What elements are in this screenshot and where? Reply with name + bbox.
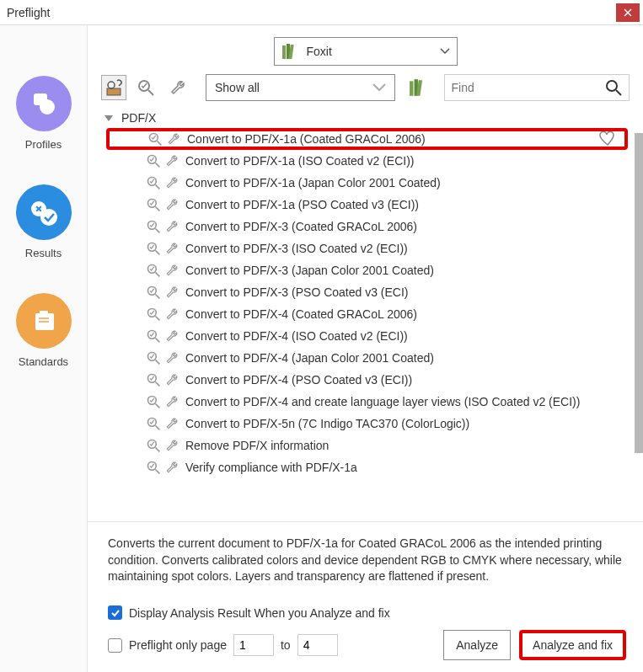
results-icon: [16, 184, 72, 240]
tree-row-label: Convert to PDF/X-1a (ISO Coated v2 (ECI)…: [185, 154, 415, 168]
tree-row[interactable]: Convert to PDF/X-3 (ISO Coated v2 (ECI)): [104, 237, 630, 259]
tree-row-label: Convert to PDF/X-1a (PSO Coated v3 (ECI)…: [185, 198, 419, 211]
svg-line-39: [155, 338, 159, 342]
svg-line-35: [155, 294, 159, 298]
library-name: Foxit: [307, 45, 332, 58]
books-icon: [281, 43, 300, 60]
page-from-input[interactable]: [233, 634, 274, 656]
sidebar-label: Profiles: [25, 138, 62, 151]
tree-row[interactable]: Convert to PDF/X-3 (PSO Coated v3 (ECI): [104, 281, 630, 303]
tree-row[interactable]: Convert to PDF/X-4 and create language l…: [104, 391, 630, 413]
analyze-button[interactable]: Analyze: [443, 630, 511, 660]
filter-dropdown[interactable]: Show all: [206, 74, 395, 101]
profile-description: Converts the current document to PDF/X-1…: [88, 521, 643, 585]
tree-row[interactable]: Convert to PDF/X-3 (Japan Color 2001 Coa…: [104, 259, 630, 281]
window-title: Preflight: [7, 6, 50, 19]
sidebar-label: Standards: [19, 355, 68, 368]
tree-row[interactable]: Convert to PDF/X-1a (PSO Coated v3 (ECI)…: [104, 194, 630, 216]
tree-row-label: Remove PDF/X information: [185, 439, 329, 452]
preflight-only-checkbox[interactable]: [108, 638, 122, 653]
search-input[interactable]: [452, 81, 606, 94]
tree-row[interactable]: Convert to PDF/X-4 (Coated GRACoL 2006): [104, 303, 630, 325]
tree-row[interactable]: Verify compliance with PDF/X-1a: [104, 456, 630, 478]
chevron-down-icon: [372, 83, 386, 92]
check-icon: [110, 608, 121, 618]
tool-profile-button[interactable]: [101, 75, 126, 100]
search-box: [444, 74, 630, 101]
page-to-label: to: [281, 638, 291, 652]
tree-row-label: Convert to PDF/X-3 (Coated GRACoL 2006): [185, 220, 417, 233]
tree-row-label: Convert to PDF/X-3 (Japan Color 2001 Coa…: [185, 264, 434, 277]
tree-row-label: Convert to PDF/X-1a (Coated GRACoL 2006): [187, 132, 426, 146]
svg-line-21: [157, 141, 161, 145]
svg-line-43: [155, 381, 159, 386]
display-analysis-label: Display Analysis Result When you Analyze…: [129, 606, 390, 620]
svg-line-29: [155, 228, 159, 232]
svg-point-18: [607, 81, 617, 91]
scrollbar[interactable]: [635, 133, 643, 518]
books-icon[interactable]: [409, 78, 429, 97]
profiles-icon: [16, 76, 72, 131]
svg-line-19: [616, 90, 621, 95]
tree-category-header[interactable]: PDF/X: [104, 108, 630, 128]
page-to-input[interactable]: [297, 634, 338, 656]
tree-row-label: Convert to PDF/X-5n (7C Indigo TAC370 (C…: [185, 417, 469, 430]
svg-line-49: [155, 447, 159, 451]
tree-row[interactable]: Remove PDF/X information: [104, 435, 630, 456]
analyze-and-fix-button[interactable]: Analyze and fix: [519, 630, 626, 660]
sidebar: Profiles Results Standards: [0, 25, 88, 672]
svg-line-33: [155, 272, 159, 276]
svg-point-3: [40, 209, 57, 226]
tree-row-label: Convert to PDF/X-1a (Japan Color 2001 Co…: [185, 176, 441, 189]
tree-row[interactable]: Convert to PDF/X-1a (Japan Color 2001 Co…: [104, 172, 630, 194]
sidebar-item-profiles[interactable]: Profiles: [0, 76, 87, 151]
svg-point-12: [108, 82, 115, 88]
svg-line-25: [155, 184, 159, 189]
tree-row-label: Convert to PDF/X-3 (PSO Coated v3 (ECI): [185, 285, 409, 299]
svg-rect-8: [282, 45, 286, 59]
svg-line-41: [155, 360, 159, 364]
chevron-down-icon: [440, 48, 450, 55]
tree-row-label: Convert to PDF/X-4 (Japan Color 2001 Coa…: [185, 351, 434, 365]
tree-row[interactable]: Convert to PDF/X-1a (ISO Coated v2 (ECI)…: [104, 150, 630, 172]
tree-row-label: Convert to PDF/X-4 (PSO Coated v3 (ECI)): [185, 373, 412, 387]
sidebar-item-results[interactable]: Results: [0, 184, 87, 259]
sidebar-label: Results: [25, 247, 62, 259]
library-dropdown[interactable]: Foxit: [274, 37, 458, 66]
close-button[interactable]: [616, 3, 640, 22]
collapse-icon: [104, 115, 113, 121]
display-analysis-checkbox[interactable]: [108, 605, 122, 620]
tree-row[interactable]: Convert to PDF/X-4 (Japan Color 2001 Coa…: [104, 347, 630, 369]
tool-wrench-button[interactable]: [165, 75, 190, 100]
category-label: PDF/X: [121, 111, 156, 125]
search-icon[interactable]: [605, 79, 622, 96]
svg-line-51: [155, 469, 159, 473]
tree-row[interactable]: Convert to PDF/X-4 (ISO Coated v2 (ECI)): [104, 325, 630, 347]
tree-row[interactable]: Convert to PDF/X-1a (Coated GRACoL 2006): [106, 128, 628, 150]
svg-line-23: [155, 163, 159, 167]
svg-line-31: [155, 250, 159, 254]
svg-line-45: [155, 403, 159, 408]
tree-row-label: Convert to PDF/X-3 (ISO Coated v2 (ECI)): [185, 242, 408, 255]
tree-row-label: Convert to PDF/X-4 (ISO Coated v2 (ECI)): [185, 329, 408, 343]
tree-row-label: Convert to PDF/X-4 (Coated GRACoL 2006): [185, 307, 417, 321]
svg-rect-11: [107, 88, 121, 95]
filter-label: Show all: [215, 81, 260, 94]
svg-line-47: [155, 425, 159, 429]
sidebar-item-standards[interactable]: Standards: [0, 293, 87, 368]
tree-row[interactable]: Convert to PDF/X-5n (7C Indigo TAC370 (C…: [104, 413, 630, 435]
svg-point-1: [40, 99, 55, 115]
standards-icon: [16, 293, 72, 349]
tool-profile-icon: [104, 78, 123, 97]
tree-row-label: Verify compliance with PDF/X-1a: [185, 461, 357, 474]
tree-row[interactable]: Convert to PDF/X-4 (PSO Coated v3 (ECI)): [104, 369, 630, 391]
magnifier-check-icon: [137, 78, 155, 97]
tree-row[interactable]: Convert to PDF/X-3 (Coated GRACoL 2006): [104, 216, 630, 237]
preflight-only-label: Preflight only page: [129, 638, 227, 652]
svg-line-27: [155, 206, 159, 211]
tool-check-button[interactable]: [133, 75, 158, 100]
svg-line-37: [155, 316, 159, 320]
svg-rect-5: [40, 311, 48, 315]
wrench-icon: [169, 78, 187, 97]
svg-rect-15: [410, 81, 413, 95]
